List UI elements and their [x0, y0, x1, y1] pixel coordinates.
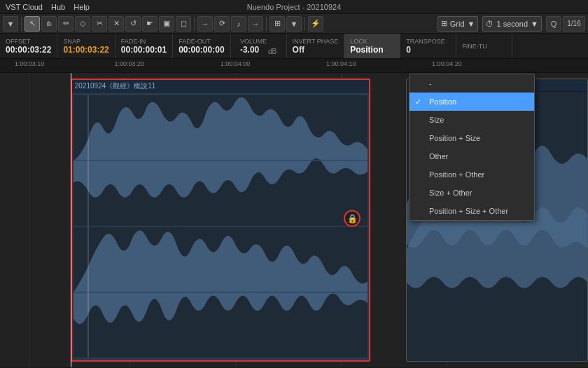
toolbar-zoom-tool[interactable]: ▣	[159, 16, 174, 32]
transpose-cell[interactable]: Transpose 0	[400, 34, 456, 58]
waveform-svg-top	[74, 95, 368, 226]
toolbar-color-dropdown[interactable]: ▼	[286, 16, 302, 32]
time-icon: ⏱	[486, 20, 493, 28]
time-chevron-icon: ▼	[531, 20, 538, 28]
toolbar-mute-tool[interactable]: ☛	[142, 16, 158, 32]
toolbar-sep-3	[266, 17, 267, 31]
grid-dropdown[interactable]: ⊞ Grid ▼	[438, 16, 479, 32]
ruler-label-5: 1:00:04:20	[432, 60, 462, 67]
clip-header: 20210924《觀經》概說11	[72, 80, 369, 93]
toolbar-sep-2	[194, 17, 195, 31]
toolbar-range-tool[interactable]: Ib	[41, 16, 57, 32]
grid-icon: ⊞	[441, 19, 447, 28]
finetune-cell[interactable]: Fine-Tu	[456, 34, 512, 58]
toolbar-audiowarp-tool[interactable]: →	[197, 16, 213, 32]
grid-chevron-icon: ▼	[468, 20, 475, 28]
toolbar-lines-tool[interactable]: →	[248, 16, 263, 32]
volume-value: -3.00	[240, 45, 267, 55]
dropdown-item-position[interactable]: Position	[410, 93, 534, 111]
toolbar-comp-tool[interactable]: ◻	[176, 16, 191, 32]
clip-name: 20210924《觀經》概說11	[75, 81, 156, 91]
zoom-magnify-btn[interactable]: Q	[546, 16, 561, 32]
toolbar-time-tool[interactable]: ↺	[125, 16, 141, 32]
toolbar-glue-tool[interactable]: ✕	[108, 16, 124, 32]
offset-value: 00:00:03:22	[6, 45, 51, 55]
info-bar: Offset 00:00:03:22 Snap 01:00:03:22 Fade…	[0, 34, 588, 59]
toolbar-split-tool[interactable]: ✂	[92, 16, 107, 32]
dropdown-item-dash[interactable]: -	[410, 74, 534, 93]
audio-clip-main[interactable]: 20210924《觀經》概說11	[71, 79, 370, 362]
lock-label: Lock	[350, 38, 394, 45]
toolbar-sample-tool[interactable]: ♪	[231, 16, 246, 32]
offset-cell[interactable]: Offset 00:00:03:22	[0, 34, 57, 58]
waveform-top	[74, 95, 368, 226]
toolbar-sep-4	[304, 17, 305, 31]
fadeout-label: Fade-Out	[178, 38, 224, 45]
volume-cell[interactable]: Volume -3.00 dB	[231, 34, 287, 58]
offset-label: Offset	[6, 38, 51, 45]
toolbar-sep-1	[21, 17, 22, 31]
ruler-label-1: 1:00:03:10	[15, 60, 45, 67]
volume-unit: dB	[268, 48, 276, 55]
toolbar-color-tool[interactable]: ⊞	[270, 16, 285, 32]
snap-cell[interactable]: Snap 01:00:03:22	[57, 34, 115, 58]
invert-value: Off	[293, 45, 339, 55]
toolbar-erase-tool[interactable]: ◇	[75, 16, 90, 32]
dropdown-item-size-other[interactable]: Size + Other	[410, 184, 534, 202]
toolbar-select-tool[interactable]: ▼	[3, 16, 18, 32]
grid-line-1	[29, 73, 30, 367]
menu-vstcloud[interactable]: VST Cloud	[6, 3, 43, 11]
lock-dropdown-menu: - Position Size Position + Size Other Po…	[409, 74, 535, 221]
dropdown-item-position-size-other[interactable]: Position + Size + Other	[410, 202, 534, 220]
fadeout-cell[interactable]: Fade-Out 00:00:00:00	[173, 34, 230, 58]
waveform-svg-bottom	[74, 227, 368, 357]
lock-value: Position	[350, 45, 394, 55]
ruler-label-3: 1:00:04:00	[220, 60, 251, 67]
finetune-label: Fine-Tu	[462, 43, 506, 50]
toolbar-pitch-tool[interactable]: ⟳	[214, 16, 230, 32]
ruler-label-2: 1:00:03:20	[115, 60, 145, 67]
menu-bar: VST Cloud Hub Help Nuendo Project - 2021…	[0, 0, 588, 14]
lock-icon-circle: 🔒	[344, 210, 360, 227]
toolbar: ▼ ↖ Ib ✏ ◇ ✂ ✕ ↺ ☛ ▣ ◻ → ⟳ ♪ → ⊞ ▼ ⚡ ⊞ G…	[0, 14, 588, 34]
playhead	[71, 73, 71, 367]
grid-label: Grid	[450, 20, 465, 28]
dropdown-item-position-other[interactable]: Position + Other	[410, 165, 534, 184]
waveform-area	[72, 93, 369, 360]
dropdown-item-other[interactable]: Other	[410, 147, 534, 165]
volume-label: Volume	[240, 38, 267, 45]
ruler-label-4: 1:00:04:10	[326, 60, 356, 67]
transpose-value: 0	[406, 45, 450, 55]
time-dropdown[interactable]: ⏱ 1 second ▼	[482, 16, 542, 32]
waveform-bottom	[74, 227, 368, 357]
snap-label: Snap	[63, 38, 108, 45]
invert-label: Invert Phase	[293, 38, 339, 45]
fadeout-value: 00:00:00:00	[178, 45, 224, 55]
fadein-cell[interactable]: Fade-In 00:00:00:01	[115, 34, 173, 58]
transpose-label: Transpose	[406, 38, 450, 45]
dropdown-item-position-size[interactable]: Position + Size	[410, 129, 534, 147]
fadein-label: Fade-In	[121, 38, 167, 45]
zoom-level-btn[interactable]: 1/16	[563, 16, 585, 32]
invert-cell[interactable]: Invert Phase Off	[287, 34, 345, 58]
snap-value: 01:00:03:22	[63, 45, 108, 55]
toolbar-pointer-tool[interactable]: ↖	[24, 16, 40, 32]
toolbar-audioevent-tool[interactable]: ⚡	[308, 16, 323, 32]
app-title: Nuendo Project - 20210924	[247, 0, 342, 14]
time-label: 1 second	[496, 20, 528, 28]
fadein-value: 00:00:00:01	[121, 45, 167, 55]
toolbar-draw-tool[interactable]: ✏	[58, 16, 74, 32]
timeline-ruler[interactable]: 1:00:03:10 1:00:03:20 1:00:04:00 1:00:04…	[0, 59, 588, 73]
dropdown-item-size[interactable]: Size	[410, 111, 534, 129]
menu-help[interactable]: Help	[74, 3, 90, 11]
menu-hub[interactable]: Hub	[51, 3, 65, 11]
lock-cell[interactable]: Lock Position	[344, 34, 400, 58]
